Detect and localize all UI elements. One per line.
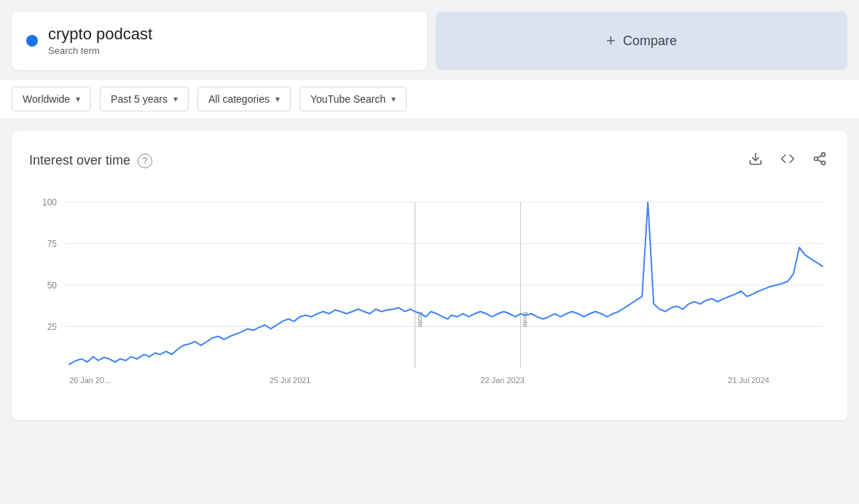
location-label: Worldwide	[23, 93, 70, 105]
category-filter[interactable]: All categories ▾	[197, 87, 291, 111]
time-range-filter[interactable]: Past 5 years ▾	[100, 87, 189, 111]
search-term-text: crypto podcast Search term	[48, 25, 152, 57]
interest-chart: 100 75 50 25 Note Note 26 Jan 20... 25 J…	[29, 187, 830, 406]
search-type-filter[interactable]: YouTube Search ▾	[299, 87, 407, 111]
search-type-label: YouTube Search	[310, 93, 385, 105]
location-filter[interactable]: Worldwide ▾	[12, 87, 91, 111]
search-term-dot	[26, 35, 38, 47]
category-chevron-icon: ▾	[275, 94, 280, 104]
search-term-label: crypto podcast	[48, 25, 152, 44]
embed-button[interactable]	[777, 149, 798, 173]
chart-header: Interest over time ?	[29, 149, 830, 173]
svg-text:75: 75	[47, 239, 58, 249]
svg-text:100: 100	[42, 197, 57, 208]
chart-section: Interest over time ?	[12, 131, 847, 420]
chart-actions	[745, 149, 830, 173]
search-term-card: crypto podcast Search term	[12, 12, 427, 70]
chart-title-area: Interest over time ?	[29, 153, 152, 168]
filter-bar: Worldwide ▾ Past 5 years ▾ All categorie…	[0, 79, 859, 119]
compare-plus-icon: +	[606, 31, 616, 50]
top-section: crypto podcast Search term + Compare	[0, 0, 859, 79]
svg-line-5	[817, 155, 822, 157]
compare-label: Compare	[623, 34, 677, 49]
help-icon[interactable]: ?	[138, 154, 152, 168]
svg-text:26 Jan 20...: 26 Jan 20...	[69, 376, 111, 385]
svg-text:21 Jul 2024: 21 Jul 2024	[728, 376, 769, 385]
chart-title: Interest over time	[29, 153, 130, 168]
category-label: All categories	[208, 93, 270, 105]
svg-line-4	[817, 160, 822, 162]
svg-text:50: 50	[47, 280, 58, 290]
download-button[interactable]	[745, 149, 766, 173]
share-button[interactable]	[809, 149, 830, 173]
time-range-chevron-icon: ▾	[173, 94, 178, 104]
svg-text:25 Jul 2021: 25 Jul 2021	[270, 376, 311, 385]
time-range-label: Past 5 years	[111, 93, 168, 105]
chart-container: 100 75 50 25 Note Note 26 Jan 20... 25 J…	[29, 187, 830, 406]
search-term-type: Search term	[48, 45, 100, 56]
compare-card[interactable]: + Compare	[436, 12, 847, 70]
search-type-chevron-icon: ▾	[391, 94, 396, 104]
location-chevron-icon: ▾	[76, 94, 80, 104]
svg-text:22 Jan 2023: 22 Jan 2023	[480, 376, 524, 385]
svg-text:25: 25	[47, 321, 58, 331]
